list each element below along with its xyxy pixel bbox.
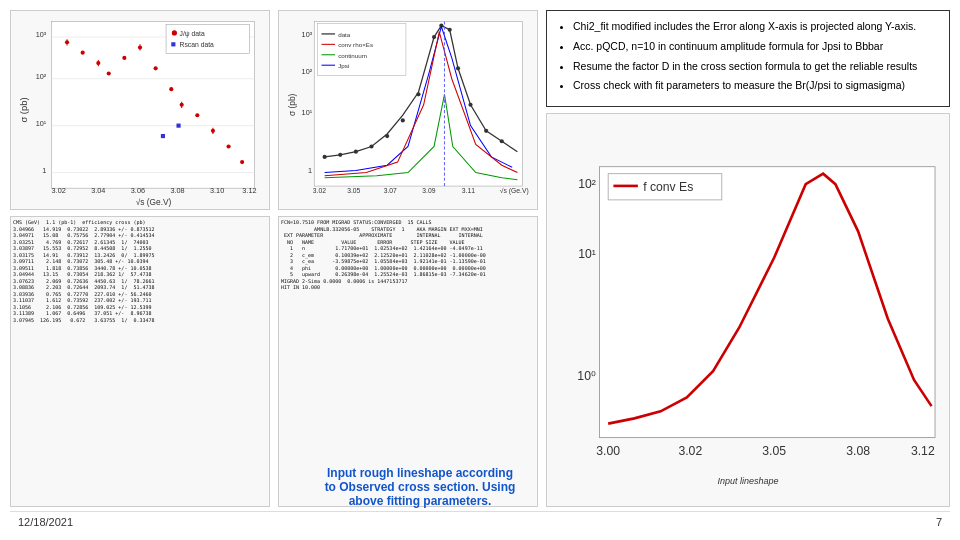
svg-text:3.12: 3.12 <box>242 186 256 195</box>
svg-text:3.02: 3.02 <box>313 187 326 194</box>
svg-text:1: 1 <box>308 166 312 175</box>
bottom-label: Input rough lineshape according to Obser… <box>295 462 545 512</box>
svg-rect-78 <box>599 167 935 438</box>
svg-point-28 <box>226 144 230 148</box>
slide-footer: 12/18/2021 7 <box>10 511 950 530</box>
svg-text:3.08: 3.08 <box>170 186 184 195</box>
svg-text:3.07: 3.07 <box>384 187 397 194</box>
left-column: σ (pb) 10³ 10² 10¹ 1 3.02 3.04 3.06 3.08 <box>10 10 270 507</box>
svg-text:Jpsi: Jpsi <box>338 62 349 69</box>
svg-point-29 <box>240 160 244 164</box>
svg-text:σ (pb): σ (pb) <box>19 97 29 122</box>
svg-point-59 <box>401 118 405 122</box>
svg-text:conv rho×Es: conv rho×Es <box>338 41 373 48</box>
bullet-item-1: Chi2_fit modified includes the Error alo… <box>573 19 939 35</box>
bullet-list: Chi2_fit modified includes the Error alo… <box>557 19 939 94</box>
bullet-item-3: Resume the factor D in the cross section… <box>573 59 939 75</box>
svg-text:3.02: 3.02 <box>678 444 702 458</box>
bullet-item-4: Cross check with fit parameters to measu… <box>573 78 939 94</box>
svg-text:3.06: 3.06 <box>131 186 145 195</box>
svg-point-38 <box>172 30 177 35</box>
svg-text:3.10: 3.10 <box>210 186 224 195</box>
svg-text:10¹: 10¹ <box>36 119 47 128</box>
slide-page: 7 <box>936 516 942 528</box>
slide-container: σ (pb) 10³ 10² 10¹ 1 3.02 3.04 3.06 3.08 <box>0 0 960 540</box>
svg-text:3.02: 3.02 <box>52 186 66 195</box>
svg-point-21 <box>122 56 126 60</box>
svg-rect-36 <box>176 124 180 128</box>
svg-point-20 <box>107 71 111 75</box>
svg-text:3.09: 3.09 <box>422 187 435 194</box>
svg-text:10²: 10² <box>36 72 47 81</box>
svg-text:3.04: 3.04 <box>91 186 105 195</box>
svg-text:continuum: continuum <box>338 52 367 59</box>
svg-text:10¹: 10¹ <box>578 247 596 261</box>
svg-text:10¹: 10¹ <box>302 108 313 117</box>
svg-text:10²: 10² <box>578 177 596 191</box>
svg-point-18 <box>81 51 85 55</box>
f-conv-es-plot: 10² 10¹ 10⁰ 3.00 3.02 3.05 3.08 3.12 f c… <box>546 113 950 507</box>
svg-text:1: 1 <box>42 166 46 175</box>
svg-text:10⁰: 10⁰ <box>577 369 596 383</box>
svg-text:3.11: 3.11 <box>462 187 475 194</box>
svg-rect-40 <box>171 42 175 46</box>
svg-text:3.05: 3.05 <box>762 444 786 458</box>
svg-text:10³: 10³ <box>302 30 313 39</box>
svg-text:10³: 10³ <box>36 30 47 39</box>
input-lineshape-label: Input lineshape <box>717 476 778 486</box>
svg-text:√s (Ge.V): √s (Ge.V) <box>500 187 529 195</box>
svg-text:J/ψ data: J/ψ data <box>180 30 205 38</box>
svg-rect-69 <box>317 24 406 76</box>
svg-rect-35 <box>161 134 165 138</box>
svg-point-26 <box>195 113 199 117</box>
bullet-points-box: Chi2_fit modified includes the Error alo… <box>546 10 950 107</box>
svg-text:3.00: 3.00 <box>596 444 620 458</box>
sigma-plot: σ (pb) 10³ 10² 10¹ 1 3.02 3.04 3.06 3.08 <box>10 10 270 210</box>
right-column: Chi2_fit modified includes the Error alo… <box>546 10 950 507</box>
svg-rect-37 <box>166 25 249 54</box>
data-table-plot: CMS (GeV) 1.1 (pb-1) efficiency cross (p… <box>10 216 270 507</box>
svg-text:3.08: 3.08 <box>846 444 870 458</box>
svg-text:3.12: 3.12 <box>911 444 935 458</box>
svg-point-24 <box>169 87 173 91</box>
svg-text:data: data <box>338 31 351 38</box>
svg-text:10²: 10² <box>302 67 313 76</box>
slide-date: 12/18/2021 <box>18 516 73 528</box>
svg-text:√s (Ge.V): √s (Ge.V) <box>136 197 172 207</box>
bottom-label-area: Input rough lineshape according to Obser… <box>295 462 545 512</box>
main-content: σ (pb) 10³ 10² 10¹ 1 3.02 3.04 3.06 3.08 <box>10 10 950 507</box>
svg-text:σ (pb): σ (pb) <box>287 93 297 115</box>
bullet-item-2: Acc. pQCD, n=10 in continuum amplitude f… <box>573 39 939 55</box>
svg-text:f conv Es: f conv Es <box>643 180 693 194</box>
middle-column: σ (pb) 10³ 10² 10¹ 1 3.02 3.05 3.07 3.09… <box>278 10 538 507</box>
data-table-content: CMS (GeV) 1.1 (pb-1) efficiency cross (p… <box>11 217 269 506</box>
svg-text:Rscan data: Rscan data <box>180 41 214 48</box>
svg-text:3.05: 3.05 <box>347 187 360 194</box>
resonance-plot: σ (pb) 10³ 10² 10¹ 1 3.02 3.05 3.07 3.09… <box>278 10 538 210</box>
svg-point-23 <box>154 66 158 70</box>
